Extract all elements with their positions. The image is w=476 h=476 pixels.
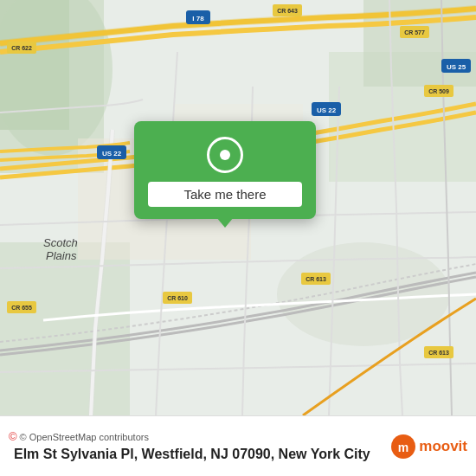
moovit-logo-icon: m	[390, 434, 416, 460]
svg-text:Plains: Plains	[46, 249, 77, 262]
openstreetmap-credit: © © OpenStreetMap contributors	[9, 430, 390, 443]
svg-text:CR 613: CR 613	[428, 350, 449, 356]
bottom-bar: © © OpenStreetMap contributors Elm St Sy…	[0, 415, 476, 476]
bottom-content: © © OpenStreetMap contributors Elm St Sy…	[9, 430, 390, 462]
svg-text:Scotch: Scotch	[43, 236, 78, 249]
moovit-text: moovit	[419, 438, 467, 455]
moovit-logo: m moovit	[390, 434, 467, 460]
osm-icon: ©	[9, 430, 17, 443]
svg-text:US 22: US 22	[317, 106, 337, 114]
popup-card: Take me there	[134, 121, 316, 219]
location-pin-icon	[207, 137, 243, 173]
osm-credit-text: © OpenStreetMap contributors	[20, 432, 149, 442]
svg-text:CR 509: CR 509	[428, 88, 449, 94]
svg-text:CR 655: CR 655	[11, 305, 32, 311]
svg-text:CR 610: CR 610	[167, 295, 188, 301]
svg-text:CR 643: CR 643	[277, 8, 298, 14]
svg-text:I 78: I 78	[192, 15, 204, 23]
svg-text:CR 613: CR 613	[306, 276, 326, 282]
map-container: I 78 US 22 US 22 US 25 CR 622 CR 643 CR …	[0, 0, 476, 415]
svg-text:US 22: US 22	[102, 150, 122, 158]
take-me-there-button[interactable]: Take me there	[148, 182, 302, 207]
svg-text:CR 622: CR 622	[11, 45, 32, 51]
svg-text:CR 577: CR 577	[404, 29, 425, 35]
svg-text:US 25: US 25	[447, 63, 466, 71]
address-text: Elm St Sylvania Pl, Westfield, NJ 07090,…	[9, 447, 390, 462]
svg-text:m: m	[398, 441, 408, 454]
